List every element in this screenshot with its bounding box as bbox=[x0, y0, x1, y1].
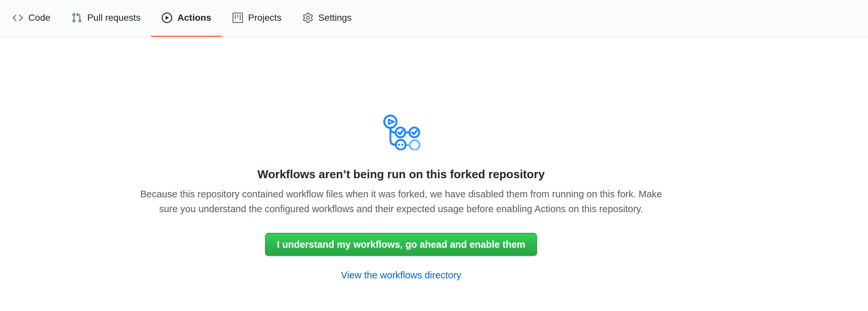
tab-pull-requests[interactable]: Pull requests bbox=[61, 0, 151, 37]
enable-workflows-button[interactable]: I understand my workflows, go ahead and … bbox=[265, 233, 537, 256]
tab-projects[interactable]: Projects bbox=[222, 0, 292, 37]
play-icon bbox=[162, 12, 172, 23]
project-icon bbox=[232, 12, 243, 23]
tab-settings[interactable]: Settings bbox=[292, 0, 362, 37]
workflows-link-row: View the workflows directory bbox=[131, 268, 671, 283]
blankslate-title: Workflows aren’t being run on this forke… bbox=[131, 167, 671, 182]
tab-settings-label: Settings bbox=[318, 13, 352, 22]
tab-code-label: Code bbox=[28, 13, 51, 22]
code-icon bbox=[12, 12, 23, 23]
view-workflows-directory-link[interactable]: View the workflows directory bbox=[341, 270, 461, 280]
tab-actions[interactable]: Actions bbox=[151, 0, 222, 37]
repo-tab-nav: Code Pull requests Actions Projects Sett… bbox=[0, 0, 868, 37]
gear-icon bbox=[303, 12, 313, 23]
enable-button-row: I understand my workflows, go ahead and … bbox=[131, 216, 671, 256]
git-pull-request-icon bbox=[71, 12, 82, 23]
tab-pull-requests-label: Pull requests bbox=[87, 13, 141, 22]
tab-actions-label: Actions bbox=[178, 13, 211, 22]
blankslate-description: Because this repository contained workfl… bbox=[134, 187, 668, 216]
workflow-graph-icon bbox=[382, 111, 421, 150]
actions-blankslate: Workflows aren’t being run on this forke… bbox=[131, 37, 671, 283]
tab-projects-label: Projects bbox=[248, 13, 282, 22]
tab-code[interactable]: Code bbox=[2, 0, 61, 37]
